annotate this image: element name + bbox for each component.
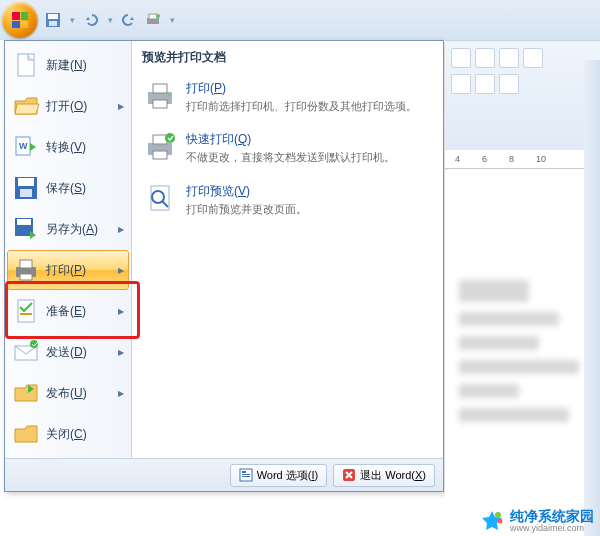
- svg-rect-15: [20, 260, 32, 268]
- menu-item-label: 保存(S): [46, 180, 124, 197]
- submenu-arrow-icon: ▶: [118, 307, 124, 316]
- menu-item-convert[interactable]: W 转换(V): [7, 127, 129, 167]
- svg-rect-34: [242, 474, 250, 475]
- svg-point-20: [30, 340, 38, 348]
- ruler-mark: 4: [455, 154, 460, 164]
- ruler-mark: 6: [482, 154, 487, 164]
- vertical-scrollbar[interactable]: [584, 60, 600, 536]
- publish-icon: [12, 379, 40, 407]
- qat-customize-icon[interactable]: ▾: [169, 15, 175, 25]
- svg-rect-23: [153, 100, 167, 108]
- print-option-quickprint[interactable]: 快速打印(Q) 不做更改，直接将文档发送到默认打印机。: [142, 125, 433, 170]
- option-desc: 打印前选择打印机、打印份数及其他打印选项。: [186, 99, 417, 113]
- menu-item-label: 转换(V): [46, 139, 124, 156]
- svg-point-24: [168, 94, 171, 97]
- ribbon-fragment: 段落: [445, 40, 600, 163]
- option-title: 快速打印(Q): [186, 131, 395, 148]
- watermark: 纯净系统家园 www.yidaimei.com: [480, 509, 594, 534]
- office-menu: 新建(N) 打开(O) ▶ W 转换(V) 保存(S) 另存为(A) ▶: [4, 40, 444, 492]
- close-icon: [12, 420, 40, 448]
- submenu-arrow-icon: ▶: [118, 389, 124, 398]
- svg-point-38: [498, 519, 503, 524]
- menu-item-prepare[interactable]: 准备(E) ▶: [7, 291, 129, 331]
- menu-item-save[interactable]: 保存(S): [7, 168, 129, 208]
- saveas-icon: [12, 215, 40, 243]
- menu-item-send[interactable]: 发送(D) ▶: [7, 332, 129, 372]
- dropdown-icon[interactable]: ▾: [69, 15, 75, 25]
- svg-rect-22: [153, 84, 167, 93]
- svg-rect-6: [18, 54, 34, 76]
- svg-point-28: [165, 133, 175, 143]
- menu-item-label: 关闭(C): [46, 426, 124, 443]
- svg-rect-1: [48, 14, 58, 19]
- svg-rect-11: [20, 189, 32, 197]
- print-option-preview[interactable]: 打印预览(V) 打印前预览并更改页面。: [142, 177, 433, 222]
- dropdown-icon[interactable]: ▾: [107, 15, 113, 25]
- quick-access-toolbar: ▾ ▾ ▾: [0, 0, 600, 40]
- menu-item-saveas[interactable]: 另存为(A) ▶: [7, 209, 129, 249]
- document-area: [445, 170, 600, 536]
- ruler: 4 6 8 10: [445, 150, 600, 169]
- open-icon: [12, 92, 40, 120]
- indent-icon[interactable]: [499, 48, 519, 68]
- button-label: Word 选项(I): [257, 468, 319, 483]
- menu-item-label: 新建(N): [46, 57, 124, 74]
- print-option-print[interactable]: 打印(P) 打印前选择打印机、打印份数及其他打印选项。: [142, 74, 433, 119]
- menu-item-label: 发布(U): [46, 385, 118, 402]
- svg-rect-16: [20, 274, 32, 280]
- menu-item-print[interactable]: 打印(P) ▶: [7, 250, 129, 290]
- watermark-name: 纯净系统家园: [510, 509, 594, 524]
- svg-point-37: [495, 512, 501, 518]
- right-panel-title: 预览并打印文档: [142, 49, 433, 66]
- submenu-arrow-icon: ▶: [118, 266, 124, 275]
- redo-icon[interactable]: [121, 12, 137, 28]
- convert-icon: W: [12, 133, 40, 161]
- svg-rect-33: [242, 471, 246, 473]
- menu-item-label: 准备(E): [46, 303, 118, 320]
- office-logo-icon: [12, 12, 28, 28]
- word-options-button[interactable]: Word 选项(I): [230, 464, 328, 487]
- quickprint-icon: [144, 131, 176, 163]
- save-icon[interactable]: [45, 12, 61, 28]
- menu-item-label: 打印(P): [46, 262, 118, 279]
- options-icon: [239, 468, 253, 482]
- ruler-mark: 10: [536, 154, 546, 164]
- menu-right-panel: 预览并打印文档 打印(P) 打印前选择打印机、打印份数及其他打印选项。 快速打印…: [132, 41, 443, 458]
- exit-word-button[interactable]: 退出 Word(X): [333, 464, 435, 487]
- shading-icon[interactable]: [475, 74, 495, 94]
- submenu-arrow-icon: ▶: [118, 102, 124, 111]
- svg-rect-2: [49, 21, 57, 26]
- option-desc: 打印前预览并更改页面。: [186, 202, 307, 216]
- save-icon: [12, 174, 40, 202]
- send-icon: [12, 338, 40, 366]
- option-title: 打印预览(V): [186, 183, 307, 200]
- menu-item-label: 打开(O): [46, 98, 118, 115]
- svg-rect-35: [242, 476, 250, 477]
- prepare-icon: [12, 297, 40, 325]
- list-icon[interactable]: [475, 48, 495, 68]
- indent-icon[interactable]: [523, 48, 543, 68]
- menu-footer: Word 选项(I) 退出 Word(X): [5, 458, 443, 491]
- menu-item-open[interactable]: 打开(O) ▶: [7, 86, 129, 126]
- printer-icon: [144, 80, 176, 112]
- svg-rect-4: [149, 14, 157, 19]
- menu-left-column: 新建(N) 打开(O) ▶ W 转换(V) 保存(S) 另存为(A) ▶: [5, 41, 132, 458]
- button-label: 退出 Word(X): [360, 468, 426, 483]
- office-button[interactable]: [2, 2, 38, 38]
- menu-item-close[interactable]: 关闭(C): [7, 414, 129, 454]
- svg-rect-13: [17, 219, 31, 225]
- svg-rect-18: [20, 313, 32, 315]
- option-title: 打印(P): [186, 80, 417, 97]
- quickprint-icon[interactable]: [145, 12, 161, 28]
- undo-icon[interactable]: [83, 12, 99, 28]
- align-icon[interactable]: [451, 74, 471, 94]
- new-icon: [12, 51, 40, 79]
- border-icon[interactable]: [499, 74, 519, 94]
- option-desc: 不做更改，直接将文档发送到默认打印机。: [186, 150, 395, 164]
- svg-point-5: [156, 14, 160, 18]
- menu-item-label: 另存为(A): [46, 221, 118, 238]
- menu-item-new[interactable]: 新建(N): [7, 45, 129, 85]
- watermark-url: www.yidaimei.com: [510, 524, 594, 534]
- list-icon[interactable]: [451, 48, 471, 68]
- menu-item-publish[interactable]: 发布(U) ▶: [7, 373, 129, 413]
